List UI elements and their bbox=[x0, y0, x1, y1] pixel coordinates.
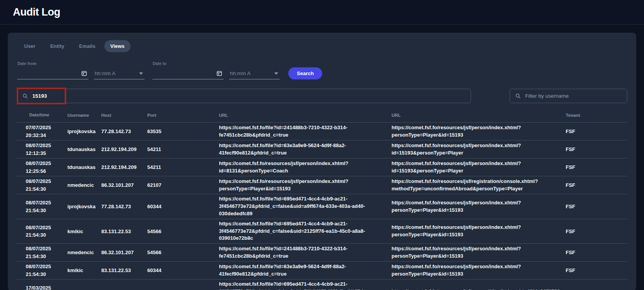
cell-tenant: FSF bbox=[566, 164, 627, 170]
cell-url2: https://comet.fsf.fo/resources/jsf/perso… bbox=[392, 199, 566, 214]
chevron-down-icon[interactable] bbox=[274, 72, 278, 75]
cell-datetime: 07/07/202520:32:34 bbox=[17, 124, 67, 139]
search-button[interactable]: Search bbox=[288, 67, 322, 79]
filter-row: Date from Date to Search bbox=[17, 62, 627, 79]
cell-url1: https://comet.fsf.fo/file?id=241488b3-72… bbox=[219, 245, 392, 260]
cell-username: nmedencic bbox=[67, 182, 101, 188]
cell-tenant: FSF bbox=[566, 250, 627, 255]
table-row: 08/07/202521:54:30kmikic83.131.22.536034… bbox=[17, 261, 627, 279]
table-row: 08/07/202512:12:35tdunauskas212.92.194.2… bbox=[17, 140, 627, 158]
cell-username: tdunauskas bbox=[67, 146, 101, 152]
date-from-label: Date from bbox=[18, 62, 36, 66]
username-filter-input[interactable] bbox=[525, 93, 622, 99]
cell-port: 54566 bbox=[147, 250, 219, 255]
cell-url2: https://comet.fsf.fo/resources/jsf/perso… bbox=[392, 142, 566, 157]
cell-port: 62107 bbox=[147, 182, 219, 188]
column-header-host: Host bbox=[101, 113, 147, 118]
cell-url2: https://comet.fsf.fo/resources/jsf/perso… bbox=[392, 224, 566, 239]
cell-url1: https://comet.fsf.fo/file?id=695ed471-4c… bbox=[219, 281, 392, 290]
cell-url1: https://comet.fsf.fo/file?id=241488b3-72… bbox=[219, 124, 392, 139]
cell-url1: https://comet.fsf.fo/file?id=63e3a9e9-56… bbox=[219, 263, 392, 278]
tab-user[interactable]: User bbox=[18, 40, 41, 52]
cell-port: 63535 bbox=[147, 128, 219, 134]
cell-url1: https://comet.fsf.fo/resources/jsf/perso… bbox=[219, 178, 392, 193]
time-from-input[interactable] bbox=[94, 68, 145, 79]
time-to-input[interactable] bbox=[229, 68, 280, 79]
chevron-down-icon[interactable] bbox=[139, 72, 143, 75]
calendar-icon[interactable] bbox=[216, 70, 222, 76]
cell-username: iprojkovska bbox=[67, 204, 101, 209]
cell-datetime: 08/07/202521:54:30 bbox=[17, 199, 67, 214]
username-filter-box bbox=[510, 89, 627, 103]
column-header-url1: URL bbox=[219, 113, 392, 118]
audit-table: Date/time Username Host Port URL URL Ten… bbox=[17, 108, 627, 290]
cell-datetime: 08/07/202521:54:30 bbox=[17, 224, 67, 239]
tab-views[interactable]: Views bbox=[104, 40, 131, 52]
cell-host: 212.92.194.209 bbox=[101, 164, 147, 170]
cell-datetime: 17/03/202518:07:14 bbox=[17, 284, 67, 290]
table-body: 07/07/202520:32:34iprojkovska77.28.142.7… bbox=[17, 122, 627, 290]
cell-username: iprojkovska bbox=[67, 128, 101, 134]
cell-url2: https://comet.fsf.fo/resources/jsf/perso… bbox=[392, 124, 566, 139]
tab-emails[interactable]: Emails bbox=[73, 40, 101, 52]
query-input[interactable] bbox=[32, 93, 466, 99]
cell-host: 83.131.22.53 bbox=[101, 267, 147, 273]
search-row bbox=[17, 89, 627, 103]
cell-host: 77.28.142.73 bbox=[101, 204, 147, 209]
table-row: 17/03/202518:07:14kmikic83.131.22.535464… bbox=[17, 279, 627, 290]
time-from-field bbox=[94, 68, 145, 79]
tab-entity[interactable]: Entity bbox=[44, 40, 70, 52]
cell-datetime: 08/07/202512:25:56 bbox=[17, 160, 67, 175]
search-icon bbox=[22, 93, 28, 99]
column-header-port: Port bbox=[147, 113, 219, 118]
cell-port: 54211 bbox=[147, 164, 219, 170]
cell-host: 77.28.142.73 bbox=[101, 128, 147, 134]
audit-log-panel: User Entity Emails Views Date from Date … bbox=[8, 33, 636, 290]
cell-tenant: FSF bbox=[566, 228, 627, 234]
column-header-tenant: Tenant bbox=[566, 113, 627, 118]
cell-datetime: 08/07/202521:54:30 bbox=[17, 263, 67, 278]
date-to-label: Date to bbox=[153, 62, 166, 66]
date-to-input[interactable] bbox=[152, 68, 224, 79]
cell-host: 86.32.101.207 bbox=[101, 182, 147, 188]
column-header-url2: URL bbox=[392, 113, 566, 118]
column-header-username: Username bbox=[67, 113, 101, 118]
cell-username: tdunauskas bbox=[67, 164, 101, 170]
column-header-datetime: Date/time bbox=[17, 112, 67, 118]
cell-url2: https://comet.fsf.fo/resources/jsf/perso… bbox=[392, 160, 566, 175]
cell-port: 60344 bbox=[147, 267, 219, 273]
cell-username: kmikic bbox=[67, 228, 101, 234]
search-icon bbox=[515, 93, 521, 99]
table-row: 08/07/202521:54:30nmedencic86.32.101.207… bbox=[17, 176, 627, 194]
cell-port: 54211 bbox=[147, 146, 219, 152]
cell-port: 54566 bbox=[147, 228, 219, 234]
app-header: Audit Log bbox=[0, 0, 644, 25]
cell-host: 83.131.22.53 bbox=[101, 228, 147, 234]
date-to-field: Date to bbox=[152, 68, 224, 79]
cell-port: 60344 bbox=[147, 204, 219, 209]
table-row: 08/07/202521:54:30nmedencic86.32.101.207… bbox=[17, 243, 627, 261]
table-row: 08/07/202512:25:56tdunauskas212.92.194.2… bbox=[17, 158, 627, 176]
cell-username: kmikic bbox=[67, 267, 101, 273]
cell-datetime: 08/07/202521:54:30 bbox=[17, 178, 67, 193]
cell-tenant: FSF bbox=[566, 182, 627, 188]
time-to-field bbox=[229, 68, 280, 79]
cell-url1: https://comet.fsf.fo/file?id=695ed471-4c… bbox=[219, 220, 392, 243]
query-input-box bbox=[17, 89, 471, 103]
table-row: 07/07/202520:32:34iprojkovska77.28.142.7… bbox=[17, 122, 627, 140]
cell-url1: https://comet.fsf.fo/file?id=695ed471-4c… bbox=[219, 195, 392, 218]
cell-datetime: 08/07/202512:12:35 bbox=[17, 142, 67, 157]
date-from-input[interactable] bbox=[17, 68, 88, 79]
cell-tenant: FSF bbox=[566, 128, 627, 134]
cell-host: 212.92.194.209 bbox=[101, 146, 147, 152]
table-row: 08/07/202521:54:30iprojkovska77.28.142.7… bbox=[17, 194, 627, 219]
cell-tenant: FSF bbox=[566, 146, 627, 152]
cell-url2: https://comet.fsf.fo/resources/jsf/perso… bbox=[392, 263, 566, 278]
cell-tenant: FSF bbox=[566, 267, 627, 273]
cell-host: 86.32.101.207 bbox=[101, 250, 147, 255]
cell-tenant: FSF bbox=[566, 204, 627, 209]
cell-url1: https://comet.fsf.fo/file?id=63e3a9e9-56… bbox=[219, 142, 392, 157]
query-input-wrap bbox=[17, 89, 471, 103]
cell-url2: https://comet.fsf.fo/resources/jsf/perso… bbox=[392, 245, 566, 260]
calendar-icon[interactable] bbox=[81, 70, 87, 76]
